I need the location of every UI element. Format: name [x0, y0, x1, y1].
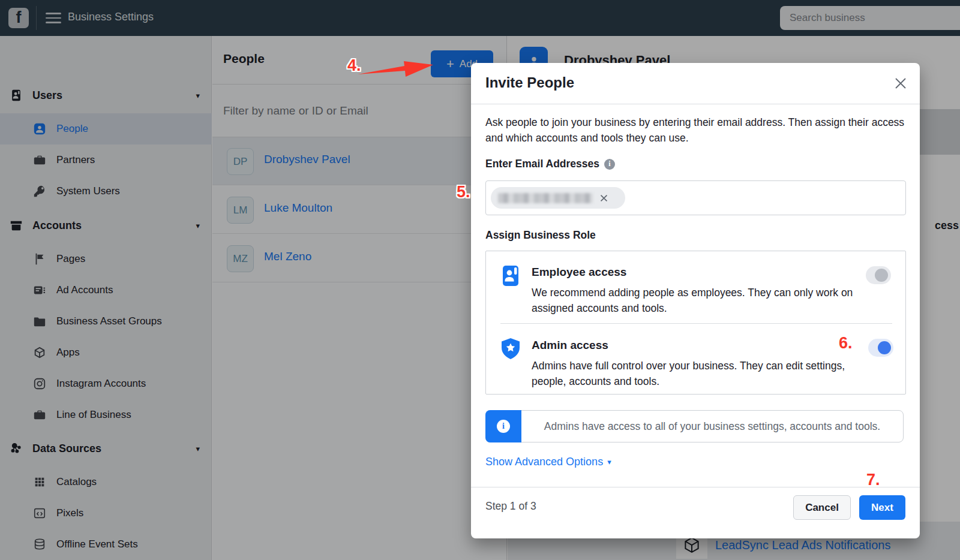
employee-access-title: Employee access	[532, 266, 626, 279]
employee-badge-icon	[500, 264, 521, 287]
info-icon[interactable]: i	[604, 159, 615, 170]
email-chip-redacted[interactable]	[491, 187, 625, 209]
email-addresses-label: Enter Email Addresses	[485, 158, 599, 170]
invite-people-modal: Invite People Ask people to join your bu…	[471, 63, 920, 538]
annotation-step-5: 5.	[457, 183, 470, 201]
modal-title: Invite People	[485, 74, 574, 91]
email-addresses-input[interactable]	[485, 180, 906, 215]
divider	[471, 104, 920, 104]
admin-access-description: Admins have full control over your busin…	[532, 358, 859, 389]
annotation-step-7: 7.	[866, 471, 880, 489]
employee-access-description: We recommend adding people as employees.…	[532, 285, 859, 316]
chevron-down-icon: ▾	[607, 457, 611, 466]
business-settings-page: f Business Settings Users ▾ People	[0, 0, 960, 560]
role-options-box: Employee access We recommend adding peop…	[485, 251, 906, 395]
divider	[500, 323, 892, 324]
admin-shield-icon	[500, 338, 521, 360]
info-icon: i	[497, 420, 510, 433]
email-label-row: Enter Email Addresses i	[485, 158, 615, 170]
cancel-button[interactable]: Cancel	[793, 495, 851, 520]
annotation-step-6: 6.	[839, 334, 853, 353]
step-indicator: Step 1 of 3	[485, 500, 536, 513]
annotation-arrow	[356, 50, 434, 83]
next-button[interactable]: Next	[859, 495, 905, 520]
close-icon[interactable]	[893, 76, 908, 91]
chip-remove-icon[interactable]	[599, 193, 609, 203]
admin-access-toggle[interactable]	[868, 339, 893, 357]
employee-access-toggle[interactable]	[866, 266, 891, 284]
redacted-email-blur	[498, 193, 593, 203]
modal-description: Ask people to join your business by ente…	[485, 115, 909, 146]
assign-business-role-label: Assign Business Role	[485, 229, 596, 242]
show-advanced-options-link[interactable]: Show Advanced Options ▾	[485, 456, 611, 468]
admin-info-banner: i Admins have access to all of your busi…	[485, 410, 904, 442]
info-banner-icon-area: i	[485, 410, 521, 442]
divider	[471, 487, 920, 487]
admin-access-title: Admin access	[532, 339, 608, 352]
info-banner-text: Admins have access to all of your busine…	[521, 411, 903, 442]
advanced-link-label: Show Advanced Options	[485, 456, 603, 468]
